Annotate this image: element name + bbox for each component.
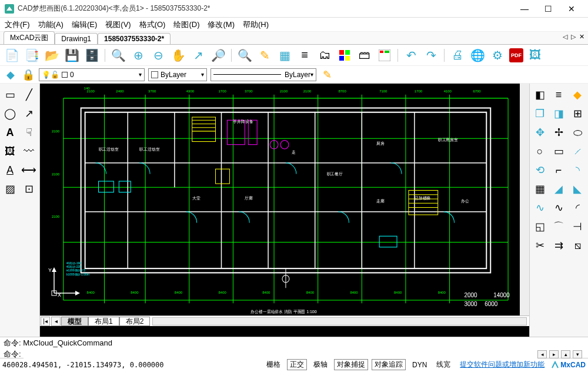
status-feedback-link[interactable]: 提交软件问题或增加新功能 [457, 359, 547, 370]
menu-file[interactable]: 文件(F) [5, 19, 30, 30]
undo-button[interactable]: ↶ [403, 47, 419, 64]
menu-feature[interactable]: 功能(A) [38, 19, 64, 30]
zoom-prev-button[interactable]: 🔍 [236, 47, 253, 64]
arc-fit-icon[interactable]: ◜ [569, 199, 586, 217]
cube-icon[interactable]: ◨ [550, 105, 567, 122]
dim-tool[interactable]: ⟷ [20, 161, 38, 179]
linetype-icon[interactable]: ≡ [550, 86, 567, 104]
layer-props-icon[interactable]: ◧ [531, 86, 549, 104]
properties-button[interactable]: ▦ [276, 47, 293, 64]
pan-button[interactable]: ✋ [170, 47, 186, 64]
drawing-canvas[interactable]: 210024003700 430017003700 210021008700 7… [40, 84, 520, 315]
redo-button[interactable]: ↷ [423, 47, 439, 64]
minimize-button[interactable]: — [513, 1, 536, 17]
status-ortho[interactable]: 正交 [287, 359, 307, 370]
settings-button[interactable]: ⚙ [489, 47, 506, 64]
spline2-icon[interactable]: ∿ [550, 199, 567, 217]
menu-modify[interactable]: 修改(M) [208, 19, 235, 30]
status-dyn[interactable]: DYN [409, 360, 430, 370]
circle-icon[interactable]: ○ [531, 142, 549, 160]
radius-icon[interactable]: ◝ [569, 161, 586, 179]
command-input[interactable] [24, 350, 537, 359]
menu-help[interactable]: 帮助(H) [243, 19, 269, 30]
image-button[interactable]: 🖼 [527, 47, 543, 64]
zoom-all-button[interactable]: 🔎 [210, 47, 226, 64]
chamfer-icon[interactable]: ⧅ [569, 237, 586, 254]
tab-close-icon[interactable]: ✕ [579, 33, 584, 41]
status-grid[interactable]: 栅格 [263, 359, 283, 370]
menu-format[interactable]: 格式(O) [139, 19, 166, 30]
tab-current[interactable]: 1585037553330-2* [98, 33, 171, 44]
hatch-tool[interactable]: ▨ [1, 180, 19, 198]
color-dropdown[interactable]: ByLayer ▾ [148, 68, 207, 81]
underline-tool[interactable]: A [1, 161, 19, 179]
scroll-prev-icon[interactable]: ◂ [51, 317, 61, 326]
tab-prev-icon[interactable]: ◁ [563, 33, 567, 41]
save-button[interactable]: 💾 [64, 47, 80, 64]
arc-icon[interactable]: ⌒ [550, 218, 567, 235]
cmd-left-icon[interactable]: ◂ [537, 350, 547, 358]
web-button[interactable]: 🌐 [469, 47, 486, 64]
new-button[interactable]: 📄 [4, 47, 20, 64]
cmd-right-icon[interactable]: ▸ [549, 350, 559, 358]
status-otrack[interactable]: 对象追踪 [372, 359, 406, 370]
scale-icon[interactable]: ◱ [531, 218, 549, 235]
open-button[interactable]: 📂 [44, 47, 60, 64]
status-polar[interactable]: 极轴 [310, 359, 330, 370]
line-tool[interactable]: ╱ [20, 86, 38, 104]
erase-icon[interactable]: ◆ [569, 86, 586, 104]
picture-tool[interactable]: 🖼 [1, 142, 19, 160]
print-button[interactable]: 🖨 [449, 47, 466, 64]
menu-view[interactable]: 视图(V) [105, 19, 131, 30]
vertical-scrollbar[interactable] [520, 84, 529, 315]
color-square-button[interactable] [336, 47, 353, 64]
linetype-edit-icon[interactable]: ✎ [320, 68, 334, 82]
circle-tool[interactable]: ◯ [1, 105, 19, 122]
layout2-tab[interactable]: 布局2 [119, 317, 151, 326]
close-button[interactable]: ✕ [560, 1, 583, 17]
text-tool[interactable]: A [1, 124, 19, 141]
tab-cloud[interactable]: MxCAD云图 [4, 31, 55, 44]
rotate-icon[interactable]: ⟲ [531, 161, 549, 179]
layer-state-icon[interactable]: 🔒 [21, 68, 35, 82]
pdf-button[interactable]: PDF [509, 48, 523, 62]
zoom-out-button[interactable]: ⊖ [150, 47, 166, 64]
point-tool[interactable]: ⊡ [20, 180, 38, 198]
layout1-tab[interactable]: 布局1 [88, 317, 119, 326]
box3d-icon[interactable]: ❐ [531, 105, 549, 122]
arrow-tool[interactable]: ↗ [20, 105, 38, 122]
layers-color-button[interactable] [376, 47, 393, 64]
layer-dropdown[interactable]: 💡🔓 0 ▾ [39, 68, 145, 81]
menu-edit[interactable]: 编辑(E) [72, 19, 97, 30]
palette-button[interactable]: 🗂 [316, 47, 333, 64]
triangle-icon[interactable]: ◣ [569, 180, 586, 198]
maximize-button[interactable]: ☐ [536, 1, 560, 17]
rectangle-icon[interactable]: ▭ [550, 142, 567, 160]
corner-icon[interactable]: ⌐ [550, 161, 567, 179]
mirror-icon[interactable]: ◢ [550, 180, 567, 198]
zoom-window-button[interactable]: 🔍 [110, 47, 126, 64]
spline-icon[interactable]: ∿ [531, 199, 549, 217]
status-osnap[interactable]: 对象捕捉 [334, 359, 368, 370]
move2-icon[interactable]: ✢ [550, 124, 567, 141]
cmd-up-icon[interactable]: ▴ [561, 350, 570, 358]
list-button[interactable]: ≡ [296, 47, 313, 64]
new-cad-button[interactable]: 📑 [24, 47, 40, 64]
scroll-first-icon[interactable]: |◂ [41, 317, 50, 326]
polyline-tool[interactable]: 〰 [20, 142, 38, 160]
measure-button[interactable]: ↗ [190, 47, 206, 64]
ellipse-icon[interactable]: ⬭ [569, 124, 586, 141]
move-icon[interactable]: ✥ [531, 124, 549, 141]
hand-tool[interactable]: ☟ [20, 124, 38, 141]
horizontal-scrollbar[interactable] [152, 317, 527, 325]
menu-draw[interactable]: 绘图(D) [173, 19, 199, 30]
highlight-button[interactable]: ✎ [256, 47, 273, 64]
grid4-icon[interactable]: ▦ [531, 180, 549, 198]
array-icon[interactable]: ⊞ [569, 105, 586, 122]
zoom-in-button[interactable]: ⊕ [130, 47, 146, 64]
extend-icon[interactable]: ⊣ [569, 218, 586, 235]
diag-icon[interactable]: ⟋ [569, 142, 586, 160]
model-tab[interactable]: 模型 [61, 317, 88, 326]
saveas-button[interactable]: 🗄️ [83, 47, 100, 64]
status-brand[interactable]: MxCAD [551, 361, 586, 369]
